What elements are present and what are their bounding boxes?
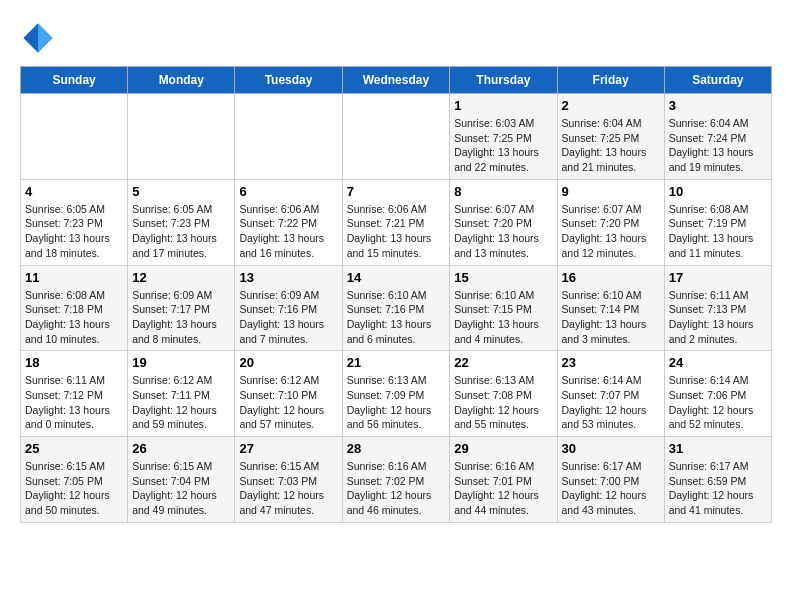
day-number: 19 (132, 355, 230, 370)
calendar-cell: 29Sunrise: 6:16 AM Sunset: 7:01 PM Dayli… (450, 437, 557, 523)
calendar-week-4: 25Sunrise: 6:15 AM Sunset: 7:05 PM Dayli… (21, 437, 772, 523)
page-header (20, 20, 772, 56)
weekday-header-wednesday: Wednesday (342, 67, 450, 94)
calendar-cell: 25Sunrise: 6:15 AM Sunset: 7:05 PM Dayli… (21, 437, 128, 523)
day-info: Sunrise: 6:11 AM Sunset: 7:13 PM Dayligh… (669, 288, 767, 347)
day-number: 26 (132, 441, 230, 456)
day-info: Sunrise: 6:09 AM Sunset: 7:16 PM Dayligh… (239, 288, 337, 347)
day-number: 11 (25, 270, 123, 285)
day-number: 10 (669, 184, 767, 199)
calendar-cell: 16Sunrise: 6:10 AM Sunset: 7:14 PM Dayli… (557, 265, 664, 351)
calendar-cell: 10Sunrise: 6:08 AM Sunset: 7:19 PM Dayli… (664, 179, 771, 265)
calendar-cell: 11Sunrise: 6:08 AM Sunset: 7:18 PM Dayli… (21, 265, 128, 351)
day-info: Sunrise: 6:14 AM Sunset: 7:07 PM Dayligh… (562, 373, 660, 432)
day-number: 31 (669, 441, 767, 456)
day-info: Sunrise: 6:14 AM Sunset: 7:06 PM Dayligh… (669, 373, 767, 432)
calendar-cell: 28Sunrise: 6:16 AM Sunset: 7:02 PM Dayli… (342, 437, 450, 523)
day-number: 4 (25, 184, 123, 199)
day-info: Sunrise: 6:15 AM Sunset: 7:05 PM Dayligh… (25, 459, 123, 518)
calendar-cell: 13Sunrise: 6:09 AM Sunset: 7:16 PM Dayli… (235, 265, 342, 351)
day-info: Sunrise: 6:06 AM Sunset: 7:21 PM Dayligh… (347, 202, 446, 261)
logo-icon (20, 20, 56, 56)
day-info: Sunrise: 6:13 AM Sunset: 7:09 PM Dayligh… (347, 373, 446, 432)
calendar-cell: 12Sunrise: 6:09 AM Sunset: 7:17 PM Dayli… (128, 265, 235, 351)
day-info: Sunrise: 6:17 AM Sunset: 6:59 PM Dayligh… (669, 459, 767, 518)
day-info: Sunrise: 6:08 AM Sunset: 7:18 PM Dayligh… (25, 288, 123, 347)
day-info: Sunrise: 6:03 AM Sunset: 7:25 PM Dayligh… (454, 116, 552, 175)
calendar-cell (128, 94, 235, 180)
weekday-header-thursday: Thursday (450, 67, 557, 94)
svg-marker-1 (38, 24, 52, 53)
day-number: 14 (347, 270, 446, 285)
day-number: 25 (25, 441, 123, 456)
day-info: Sunrise: 6:16 AM Sunset: 7:01 PM Dayligh… (454, 459, 552, 518)
calendar-cell: 18Sunrise: 6:11 AM Sunset: 7:12 PM Dayli… (21, 351, 128, 437)
day-info: Sunrise: 6:07 AM Sunset: 7:20 PM Dayligh… (562, 202, 660, 261)
day-info: Sunrise: 6:11 AM Sunset: 7:12 PM Dayligh… (25, 373, 123, 432)
day-number: 3 (669, 98, 767, 113)
calendar-table: SundayMondayTuesdayWednesdayThursdayFrid… (20, 66, 772, 523)
calendar-cell: 9Sunrise: 6:07 AM Sunset: 7:20 PM Daylig… (557, 179, 664, 265)
weekday-header-tuesday: Tuesday (235, 67, 342, 94)
calendar-cell: 19Sunrise: 6:12 AM Sunset: 7:11 PM Dayli… (128, 351, 235, 437)
calendar-cell: 2Sunrise: 6:04 AM Sunset: 7:25 PM Daylig… (557, 94, 664, 180)
weekday-header-sunday: Sunday (21, 67, 128, 94)
weekday-header-saturday: Saturday (664, 67, 771, 94)
calendar-cell: 1Sunrise: 6:03 AM Sunset: 7:25 PM Daylig… (450, 94, 557, 180)
day-number: 9 (562, 184, 660, 199)
day-info: Sunrise: 6:09 AM Sunset: 7:17 PM Dayligh… (132, 288, 230, 347)
day-number: 16 (562, 270, 660, 285)
calendar-cell: 14Sunrise: 6:10 AM Sunset: 7:16 PM Dayli… (342, 265, 450, 351)
calendar-week-1: 4Sunrise: 6:05 AM Sunset: 7:23 PM Daylig… (21, 179, 772, 265)
svg-marker-2 (24, 24, 38, 53)
day-info: Sunrise: 6:04 AM Sunset: 7:24 PM Dayligh… (669, 116, 767, 175)
day-number: 1 (454, 98, 552, 113)
day-info: Sunrise: 6:05 AM Sunset: 7:23 PM Dayligh… (132, 202, 230, 261)
day-number: 6 (239, 184, 337, 199)
day-number: 28 (347, 441, 446, 456)
calendar-cell: 20Sunrise: 6:12 AM Sunset: 7:10 PM Dayli… (235, 351, 342, 437)
day-info: Sunrise: 6:15 AM Sunset: 7:03 PM Dayligh… (239, 459, 337, 518)
calendar-cell: 17Sunrise: 6:11 AM Sunset: 7:13 PM Dayli… (664, 265, 771, 351)
day-number: 5 (132, 184, 230, 199)
day-number: 15 (454, 270, 552, 285)
day-number: 18 (25, 355, 123, 370)
day-info: Sunrise: 6:05 AM Sunset: 7:23 PM Dayligh… (25, 202, 123, 261)
day-number: 29 (454, 441, 552, 456)
day-number: 2 (562, 98, 660, 113)
calendar-cell: 30Sunrise: 6:17 AM Sunset: 7:00 PM Dayli… (557, 437, 664, 523)
day-number: 21 (347, 355, 446, 370)
calendar-cell: 21Sunrise: 6:13 AM Sunset: 7:09 PM Dayli… (342, 351, 450, 437)
day-number: 27 (239, 441, 337, 456)
day-info: Sunrise: 6:06 AM Sunset: 7:22 PM Dayligh… (239, 202, 337, 261)
day-info: Sunrise: 6:15 AM Sunset: 7:04 PM Dayligh… (132, 459, 230, 518)
day-number: 30 (562, 441, 660, 456)
day-info: Sunrise: 6:10 AM Sunset: 7:14 PM Dayligh… (562, 288, 660, 347)
day-number: 23 (562, 355, 660, 370)
day-number: 7 (347, 184, 446, 199)
day-info: Sunrise: 6:10 AM Sunset: 7:15 PM Dayligh… (454, 288, 552, 347)
calendar-cell: 23Sunrise: 6:14 AM Sunset: 7:07 PM Dayli… (557, 351, 664, 437)
day-info: Sunrise: 6:10 AM Sunset: 7:16 PM Dayligh… (347, 288, 446, 347)
calendar-cell: 31Sunrise: 6:17 AM Sunset: 6:59 PM Dayli… (664, 437, 771, 523)
calendar-week-2: 11Sunrise: 6:08 AM Sunset: 7:18 PM Dayli… (21, 265, 772, 351)
day-info: Sunrise: 6:12 AM Sunset: 7:10 PM Dayligh… (239, 373, 337, 432)
logo (20, 20, 62, 56)
calendar-week-3: 18Sunrise: 6:11 AM Sunset: 7:12 PM Dayli… (21, 351, 772, 437)
day-info: Sunrise: 6:04 AM Sunset: 7:25 PM Dayligh… (562, 116, 660, 175)
day-info: Sunrise: 6:17 AM Sunset: 7:00 PM Dayligh… (562, 459, 660, 518)
calendar-cell: 4Sunrise: 6:05 AM Sunset: 7:23 PM Daylig… (21, 179, 128, 265)
day-info: Sunrise: 6:12 AM Sunset: 7:11 PM Dayligh… (132, 373, 230, 432)
day-number: 22 (454, 355, 552, 370)
calendar-cell: 15Sunrise: 6:10 AM Sunset: 7:15 PM Dayli… (450, 265, 557, 351)
calendar-cell (235, 94, 342, 180)
weekday-header-friday: Friday (557, 67, 664, 94)
calendar-cell: 27Sunrise: 6:15 AM Sunset: 7:03 PM Dayli… (235, 437, 342, 523)
calendar-cell: 22Sunrise: 6:13 AM Sunset: 7:08 PM Dayli… (450, 351, 557, 437)
day-info: Sunrise: 6:13 AM Sunset: 7:08 PM Dayligh… (454, 373, 552, 432)
day-number: 8 (454, 184, 552, 199)
calendar-cell: 8Sunrise: 6:07 AM Sunset: 7:20 PM Daylig… (450, 179, 557, 265)
day-info: Sunrise: 6:16 AM Sunset: 7:02 PM Dayligh… (347, 459, 446, 518)
calendar-cell: 7Sunrise: 6:06 AM Sunset: 7:21 PM Daylig… (342, 179, 450, 265)
calendar-cell: 24Sunrise: 6:14 AM Sunset: 7:06 PM Dayli… (664, 351, 771, 437)
